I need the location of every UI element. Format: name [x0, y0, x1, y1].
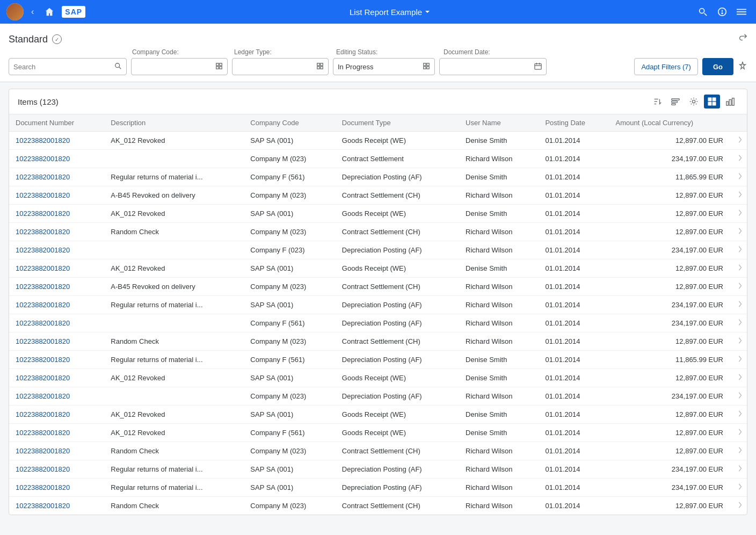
row-chevron[interactable] — [730, 424, 747, 442]
doc-number-link[interactable]: 10223882001820 — [16, 483, 70, 491]
row-chevron[interactable] — [730, 460, 747, 479]
doc-number-cell[interactable]: 10223882001820 — [9, 332, 104, 351]
row-chevron[interactable] — [730, 259, 747, 278]
doc-type-cell: Goods Receipt (WE) — [336, 259, 459, 278]
row-chevron[interactable] — [730, 205, 747, 223]
amount-cell: 12,897.00 EUR — [609, 497, 730, 515]
grid-view-button[interactable] — [704, 95, 720, 109]
settings-button[interactable] — [686, 95, 702, 109]
row-chevron[interactable] — [730, 278, 747, 296]
doc-number-link[interactable]: 10223882001820 — [16, 301, 70, 309]
doc-number-link[interactable]: 10223882001820 — [16, 228, 70, 236]
search-input[interactable] — [13, 63, 111, 71]
avatar[interactable] — [6, 3, 24, 20]
table-row: 10223882001820Regular returns of materia… — [9, 296, 747, 314]
doc-number-link[interactable]: 10223882001820 — [16, 173, 70, 181]
doc-number-link[interactable]: 10223882001820 — [16, 502, 70, 510]
doc-number-cell[interactable]: 10223882001820 — [9, 223, 104, 241]
doc-number-cell[interactable]: 10223882001820 — [9, 132, 104, 150]
doc-number-link[interactable]: 10223882001820 — [16, 410, 70, 418]
menu-button[interactable] — [733, 5, 750, 19]
home-button[interactable] — [41, 5, 57, 19]
doc-number-link[interactable]: 10223882001820 — [16, 447, 70, 455]
company-code-input[interactable] — [131, 58, 228, 75]
row-chevron[interactable] — [730, 296, 747, 314]
group-button[interactable] — [667, 95, 684, 109]
search-icon — [114, 62, 122, 71]
row-chevron[interactable] — [730, 387, 747, 406]
editing-status-input[interactable]: In Progress — [333, 58, 435, 75]
row-chevron[interactable] — [730, 442, 747, 460]
doc-number-link[interactable]: 10223882001820 — [16, 191, 70, 199]
back-button[interactable]: ‹ — [28, 5, 37, 19]
svg-rect-11 — [220, 63, 222, 65]
doc-number-link[interactable]: 10223882001820 — [16, 429, 70, 437]
doc-number-cell[interactable]: 10223882001820 — [9, 406, 104, 424]
doc-number-link[interactable]: 10223882001820 — [16, 465, 70, 473]
standard-check-icon[interactable]: ✓ — [52, 34, 62, 44]
doc-number-link[interactable]: 10223882001820 — [16, 209, 70, 218]
svg-rect-20 — [424, 66, 426, 68]
row-chevron[interactable] — [730, 186, 747, 205]
share-button[interactable] — [738, 33, 747, 45]
row-chevron[interactable] — [730, 351, 747, 369]
sort-button[interactable] — [649, 95, 665, 109]
doc-number-cell[interactable]: 10223882001820 — [9, 497, 104, 515]
doc-number-cell[interactable]: 10223882001820 — [9, 168, 104, 186]
row-chevron[interactable] — [730, 168, 747, 186]
search-nav-button[interactable] — [695, 5, 711, 19]
doc-number-cell[interactable]: 10223882001820 — [9, 241, 104, 259]
row-chevron[interactable] — [730, 369, 747, 387]
document-date-input[interactable] — [439, 58, 547, 75]
go-button[interactable]: Go — [702, 58, 733, 75]
doc-number-link[interactable]: 10223882001820 — [16, 264, 70, 272]
row-chevron[interactable] — [730, 241, 747, 259]
row-chevron[interactable] — [730, 332, 747, 351]
row-chevron[interactable] — [730, 223, 747, 241]
user-name-cell: Denise Smith — [459, 205, 539, 223]
description-cell — [104, 314, 244, 332]
row-chevron[interactable] — [730, 150, 747, 168]
doc-number-cell[interactable]: 10223882001820 — [9, 351, 104, 369]
description-cell: AK_012 Revoked — [104, 259, 244, 278]
row-chevron[interactable] — [730, 314, 747, 332]
company-code-cell: SAP SA (001) — [244, 369, 336, 387]
doc-number-cell[interactable]: 10223882001820 — [9, 296, 104, 314]
doc-number-cell[interactable]: 10223882001820 — [9, 278, 104, 296]
doc-number-cell[interactable]: 10223882001820 — [9, 424, 104, 442]
doc-type-cell: Goods Receipt (WE) — [336, 406, 459, 424]
doc-number-link[interactable]: 10223882001820 — [16, 337, 70, 345]
doc-number-link[interactable]: 10223882001820 — [16, 356, 70, 364]
search-field[interactable] — [9, 58, 127, 75]
nav-title: List Report Example — [90, 8, 690, 17]
doc-number-cell[interactable]: 10223882001820 — [9, 387, 104, 406]
doc-number-cell[interactable]: 10223882001820 — [9, 150, 104, 168]
user-name-cell: Richard Wilson — [459, 278, 539, 296]
doc-number-cell[interactable]: 10223882001820 — [9, 442, 104, 460]
doc-number-cell[interactable]: 10223882001820 — [9, 205, 104, 223]
row-chevron[interactable] — [730, 497, 747, 515]
doc-type-cell: Contract Settlement (CH) — [336, 186, 459, 205]
row-chevron[interactable] — [730, 406, 747, 424]
doc-number-link[interactable]: 10223882001820 — [16, 392, 70, 400]
doc-number-link[interactable]: 10223882001820 — [16, 319, 70, 327]
doc-number-cell[interactable]: 10223882001820 — [9, 479, 104, 497]
ledger-type-input[interactable] — [232, 58, 329, 75]
posting-date-cell: 01.01.2014 — [539, 424, 609, 442]
row-chevron[interactable] — [730, 479, 747, 497]
doc-number-cell[interactable]: 10223882001820 — [9, 314, 104, 332]
doc-number-link[interactable]: 10223882001820 — [16, 283, 70, 291]
adapt-filters-button[interactable]: Adapt Filters (7) — [634, 58, 697, 75]
doc-number-link[interactable]: 10223882001820 — [16, 374, 70, 382]
row-chevron[interactable] — [730, 132, 747, 150]
notifications-button[interactable] — [714, 5, 730, 19]
pin-filters-button[interactable] — [738, 61, 747, 73]
doc-number-cell[interactable]: 10223882001820 — [9, 369, 104, 387]
doc-number-cell[interactable]: 10223882001820 — [9, 460, 104, 479]
doc-number-cell[interactable]: 10223882001820 — [9, 186, 104, 205]
doc-number-link[interactable]: 10223882001820 — [16, 155, 70, 163]
chart-view-button[interactable] — [722, 95, 738, 109]
doc-number-cell[interactable]: 10223882001820 — [9, 259, 104, 278]
doc-number-link[interactable]: 10223882001820 — [16, 246, 70, 254]
doc-number-link[interactable]: 10223882001820 — [16, 136, 70, 144]
